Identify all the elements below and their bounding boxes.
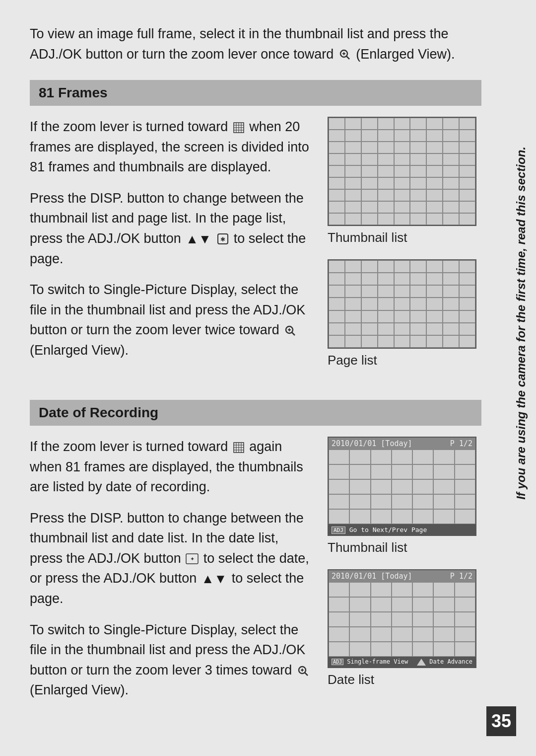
date-para3: To switch to Single-Picture Display, sel… — [30, 620, 313, 700]
frames-81-text: If the zoom lever is turned toward when … — [30, 117, 313, 371]
grid-icon-2 — [233, 442, 244, 453]
caption-date-list: Date list — [328, 672, 481, 687]
date-list-header: 2010/01/01 [Today] P 1/2 — [329, 570, 475, 582]
svg-text:✱: ✱ — [220, 236, 225, 243]
date-thumbnail-container: 2010/01/01 [Today] P 1/2 for(let i=0;i<3… — [328, 437, 476, 536]
caption-thumbnail-list: Thumbnail list — [328, 230, 481, 245]
frames-81-content: If the zoom lever is turned toward when … — [30, 117, 481, 382]
scroll-icon: ✱ — [217, 233, 229, 245]
date-thumb-header: 2010/01/01 [Today] P 1/2 — [329, 438, 475, 450]
caption-page-list: Page list — [328, 353, 481, 368]
date-para1: If the zoom lever is turned toward again… — [30, 437, 313, 497]
page-number: 35 — [486, 706, 516, 736]
svg-line-27 — [305, 673, 308, 676]
frames-81-para1: If the zoom lever is turned toward when … — [30, 117, 313, 177]
frames-81-para2: Press the DISP. button to change between… — [30, 188, 313, 269]
arrow-icon-footer — [417, 659, 426, 666]
date-recording-text: If the zoom lever is turned toward again… — [30, 437, 313, 711]
zoom-icon-2 — [284, 325, 296, 337]
intro-paragraph: To view an image full frame, select it i… — [30, 24, 481, 64]
date-list-container: 2010/01/01 [Today] P 1/2 for(let i=0;i<3… — [328, 569, 476, 668]
page-list-grid: for(let i=0;i<63;i++){ document.write('<… — [328, 259, 476, 349]
section-header-date: Date of Recording — [30, 400, 481, 426]
frames-81-para3: To switch to Single-Picture Display, sel… — [30, 280, 313, 360]
intro-suffix: (Enlarged View). — [356, 47, 455, 62]
side-text-container: If you are using the camera for the firs… — [506, 99, 536, 546]
caption-date-thumbnail: Thumbnail list — [328, 540, 481, 555]
section-date-recording: Date of Recording If the zoom lever is t… — [30, 400, 481, 711]
date-para2: Press the DISP. button to change between… — [30, 508, 313, 609]
footer-date-text: Date Advance — [417, 658, 472, 666]
date-list-footer: ADJ Single-frame View Date Advance — [329, 657, 475, 667]
svg-line-14 — [292, 332, 295, 335]
svg-line-1 — [346, 56, 349, 59]
section-81-frames: 81 Frames If the zoom lever is turned to… — [30, 80, 481, 382]
date-recording-content: If the zoom lever is turned toward again… — [30, 437, 481, 711]
section-header-81: 81 Frames — [30, 80, 481, 106]
nav-icon: ✦ — [186, 553, 199, 564]
date-recording-images: 2010/01/01 [Today] P 1/2 for(let i=0;i<3… — [328, 437, 481, 701]
grid-icon-1 — [233, 122, 244, 133]
date-thumb-grid: for(let i=0;i<35;i++){ document.write('<… — [329, 450, 475, 524]
footer-single-text: ADJ Single-frame View — [332, 658, 408, 666]
zoom-icon-intro — [339, 49, 351, 61]
side-text: If you are using the camera for the firs… — [513, 147, 529, 500]
svg-marker-30 — [417, 659, 426, 666]
zoom-icon-3 — [297, 665, 309, 677]
svg-text:✦: ✦ — [190, 556, 195, 562]
date-list-grid: for(let i=0;i<35;i++){ document.write('<… — [329, 582, 475, 657]
date-thumb-footer: ADJ Go to Next/Prev Page — [329, 524, 475, 535]
page-content: To view an image full frame, select it i… — [0, 0, 536, 756]
footer-nav-text: ADJ Go to Next/Prev Page — [332, 526, 427, 533]
thumbnail-list-81: // Generate 81 cells for(let i=0;i<81;i+… — [328, 117, 476, 226]
frames-81-images: // Generate 81 cells for(let i=0;i<81;i+… — [328, 117, 481, 382]
